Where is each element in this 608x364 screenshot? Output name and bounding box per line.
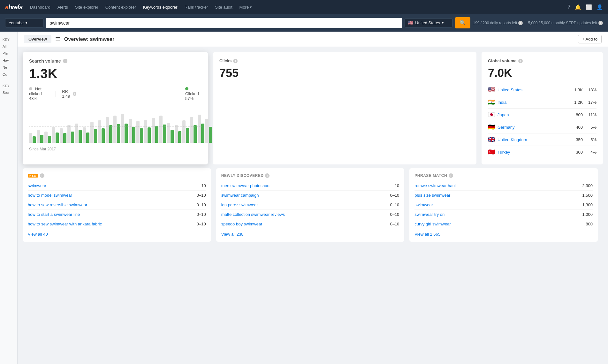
- keyword-volume: 800: [586, 222, 593, 226]
- new-badge: NEW: [28, 174, 38, 178]
- top-navigation: ahrefs Dashboard Alerts Site explorer Co…: [0, 0, 608, 14]
- keyword-link[interactable]: ion perez swimwear: [221, 202, 258, 207]
- keyword-volume: 0–10: [197, 212, 206, 217]
- bar-pair: [98, 120, 105, 143]
- keyword-link[interactable]: how to start a swimwear line: [28, 212, 80, 217]
- bar-pair: [37, 130, 43, 143]
- add-to-button[interactable]: + Add to: [578, 35, 602, 43]
- bar-fg: [71, 132, 74, 143]
- keyword-row: ion perez swimwear 0–10: [221, 200, 399, 210]
- sidebar-item-soc[interactable]: Soc: [0, 89, 17, 96]
- keyword-link[interactable]: plus size swimwear: [414, 193, 450, 198]
- newly-discovered-view-all[interactable]: View all 238: [221, 232, 399, 237]
- keyword-row: men swimwear photoshoot 10: [221, 181, 399, 191]
- nav-site-explorer[interactable]: Site explorer: [72, 4, 101, 11]
- source-selector[interactable]: Youtube ▾: [5, 18, 43, 27]
- country-flag-icon: 🇹🇷: [488, 148, 495, 155]
- bar-pair: [159, 116, 166, 143]
- bar-bg: [129, 119, 132, 143]
- bar-pair: [144, 120, 151, 143]
- keyword-volume: 0–10: [390, 202, 399, 207]
- sidebar-section-keywords: KEY: [0, 35, 17, 43]
- keyword-link[interactable]: men swimwear photoshoot: [221, 183, 271, 188]
- keyword-link[interactable]: curvy girl swimwear: [414, 222, 451, 226]
- sidebar-item-phrase[interactable]: Phr: [0, 50, 17, 57]
- nav-content-explorer[interactable]: Content explorer: [103, 4, 139, 11]
- country-name-link[interactable]: Japan: [498, 112, 567, 117]
- country-volume: 400: [570, 125, 583, 130]
- user-icon[interactable]: 👤: [597, 4, 603, 10]
- notifications-icon[interactable]: 🔔: [575, 4, 581, 10]
- keyword-row: swimwear 10: [28, 181, 206, 191]
- sidebar-item-new[interactable]: Ne: [0, 64, 17, 71]
- sv-info-icon[interactable]: i: [63, 59, 67, 63]
- menu-icon[interactable]: ☰: [55, 36, 60, 43]
- screen-icon[interactable]: ⬜: [586, 4, 592, 10]
- search-button[interactable]: 🔍: [455, 17, 470, 28]
- sidebar-section-keywords2: KEY: [0, 82, 17, 89]
- global-vol-info-icon[interactable]: i: [518, 59, 523, 63]
- keyword-link[interactable]: speedo boy swimwear: [221, 222, 262, 226]
- rr-info-icon[interactable]: i: [73, 92, 76, 96]
- daily-reports-info-icon[interactable]: i: [518, 21, 523, 25]
- phrase-match-info-icon[interactable]: i: [449, 173, 453, 178]
- keyword-link[interactable]: swimwear campaign: [221, 193, 259, 198]
- country-name-link[interactable]: India: [498, 100, 567, 105]
- sidebar-item-questions[interactable]: Qu: [0, 71, 17, 78]
- clicks-card: Clicks i 755: [213, 52, 476, 164]
- keyword-link[interactable]: matte collection swimwear reviews: [221, 212, 285, 217]
- logo[interactable]: ahrefs: [5, 4, 22, 11]
- monthly-updates-info-icon[interactable]: i: [598, 21, 603, 25]
- how-to-info-icon[interactable]: i: [40, 173, 44, 178]
- country-name-link[interactable]: Germany: [498, 125, 567, 130]
- nav-site-audit[interactable]: Site audit: [212, 4, 235, 11]
- keyword-search-input[interactable]: [46, 18, 402, 28]
- country-percentage: 5%: [585, 125, 597, 130]
- country-selector[interactable]: 🇺🇸 United States ▾: [405, 18, 452, 27]
- country-flag-icon: 🇯🇵: [488, 111, 495, 118]
- nav-alerts[interactable]: Alerts: [55, 4, 71, 11]
- country-label: United States: [415, 20, 440, 25]
- keyword-link[interactable]: how to sew swimwear with ankara fabric: [28, 222, 102, 226]
- monthly-updates-meta: 5,000 / 5,000 monthly SERP updates left …: [528, 21, 603, 25]
- keyword-link[interactable]: swimwear try on: [414, 212, 445, 217]
- keyword-link[interactable]: romwe swimwear haul: [414, 183, 456, 188]
- country-row: 🇺🇸 United States 1.3K 18%: [488, 84, 597, 96]
- clicks-info-icon[interactable]: i: [233, 59, 238, 63]
- source-chevron-icon: ▾: [26, 21, 27, 25]
- help-icon[interactable]: ?: [567, 4, 570, 10]
- keyword-link[interactable]: swimwear: [414, 202, 433, 207]
- how-to-section-title: NEW i: [28, 173, 206, 178]
- country-name-link[interactable]: United States: [498, 87, 567, 92]
- newly-discovered-info-icon[interactable]: i: [265, 173, 270, 178]
- bar-bg: [198, 115, 201, 143]
- country-flag-icon: 🇮🇳: [488, 99, 495, 106]
- keyword-link[interactable]: swimwear: [28, 183, 46, 188]
- country-volume: 1.3K: [570, 87, 583, 92]
- nav-rank-tracker[interactable]: Rank tracker: [182, 4, 211, 11]
- how-to-view-all[interactable]: View all 40: [28, 232, 206, 237]
- sidebar-item-having[interactable]: Hav: [0, 57, 17, 64]
- sidebar-item-all[interactable]: All: [0, 43, 17, 50]
- keyword-link[interactable]: how to sew reversible swimwear: [28, 202, 87, 207]
- keyword-row: swimwear try on 1,000: [414, 210, 593, 219]
- bar-bg: [37, 130, 40, 143]
- bar-fg: [86, 133, 89, 143]
- phrase-match-view-all[interactable]: View all 2,665: [414, 232, 593, 237]
- country-flag-icon: 🇩🇪: [488, 124, 495, 131]
- keyword-link[interactable]: how to model swimwear: [28, 193, 72, 198]
- keyword-row: how to sew swimwear with ankara fabric 0…: [28, 219, 206, 229]
- nav-keywords-explorer[interactable]: Keywords explorer: [141, 4, 180, 11]
- nav-dashboard[interactable]: Dashboard: [27, 4, 53, 11]
- country-list: 🇺🇸 United States 1.3K 18% 🇮🇳 India 1.2K …: [488, 84, 597, 158]
- country-name-link[interactable]: Turkey: [498, 150, 567, 155]
- sv-meta: Not clicked 43% RR 1.49 i Clicked 57%: [29, 87, 201, 101]
- phrase-match-title: Phrase match i: [414, 173, 593, 178]
- keyword-row: swimwear 1,300: [414, 200, 593, 210]
- country-name-link[interactable]: United Kingdom: [498, 137, 567, 142]
- nav-more[interactable]: More ▾: [237, 4, 255, 11]
- bar-fg: [171, 130, 174, 143]
- bar-fg: [201, 124, 204, 143]
- overview-tab[interactable]: Overview: [24, 35, 51, 43]
- keyword-volume: 2,300: [582, 183, 593, 188]
